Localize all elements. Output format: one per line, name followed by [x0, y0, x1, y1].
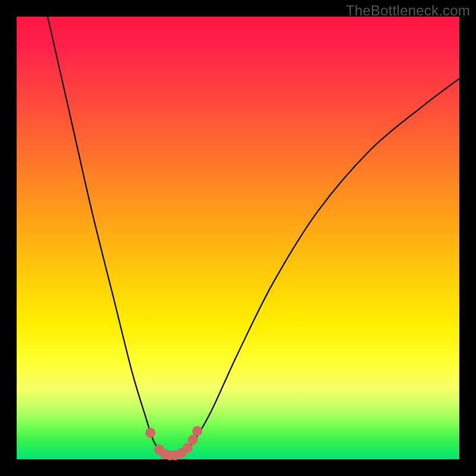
plot-area [17, 17, 459, 459]
chart-frame: TheBottleneck.com [0, 0, 476, 476]
sweetspot-marker [188, 435, 198, 445]
sweetspot-marker [145, 428, 155, 438]
bottleneck-curve [48, 17, 459, 456]
sweetspot-markers [145, 426, 202, 461]
curve-layer [17, 17, 459, 459]
watermark-text: TheBottleneck.com [346, 2, 470, 19]
sweetspot-marker [192, 426, 202, 436]
